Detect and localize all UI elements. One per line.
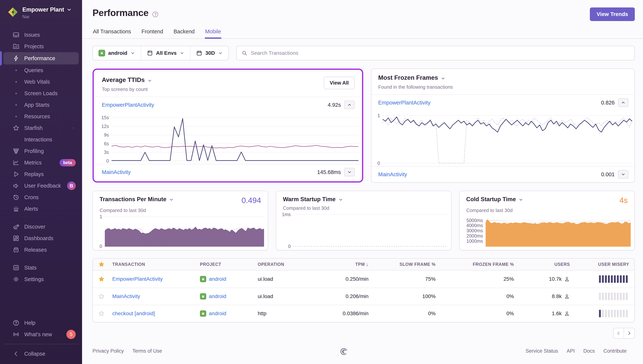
sidebar-item-collapse[interactable]: Collapse xyxy=(3,348,79,360)
transaction-link[interactable]: EmpowerPlantActivity xyxy=(102,102,154,108)
column-header-tpm[interactable]: TPM↓ xyxy=(303,262,370,267)
transaction-link[interactable]: checkout [android] xyxy=(112,310,155,316)
chart-plot xyxy=(486,216,631,247)
column-header-operation[interactable]: OPERATION xyxy=(256,262,303,267)
expand-row-button[interactable] xyxy=(344,168,355,176)
column-header-frozen-frame[interactable]: FROZEN FRAME % xyxy=(437,262,515,267)
collapse-row-button[interactable] xyxy=(618,98,628,107)
chart-plot xyxy=(383,112,632,164)
star-outline-icon[interactable] xyxy=(98,310,105,317)
page-filters: android All Envs 30D xyxy=(93,46,229,60)
prev-page-button[interactable] xyxy=(613,328,624,339)
tpm-value: 0.0386/min xyxy=(343,310,369,316)
axis-tick-label: 0 xyxy=(288,244,291,249)
sidebar-item-stats[interactable]: Stats xyxy=(3,262,79,274)
footer-link-api[interactable]: API xyxy=(566,348,575,354)
axis-tick-label: 3000ms xyxy=(466,228,483,234)
project-filter[interactable]: android xyxy=(93,46,141,60)
sidebar-item-starfish[interactable]: Starfish xyxy=(3,122,79,134)
column-header-slow-frame[interactable]: SLOW FRAME % xyxy=(370,262,437,267)
sidebar-item-screen-loads[interactable]: Screen Loads xyxy=(3,88,79,99)
help-circle-icon[interactable] xyxy=(152,9,159,16)
environment-filter[interactable]: All Envs xyxy=(141,46,190,60)
tpm-subtitle: Compared to last 30d xyxy=(93,205,268,213)
tab-backend[interactable]: Backend xyxy=(173,28,195,38)
content: android All Envs 30D xyxy=(82,39,643,364)
tab-mobile[interactable]: Mobile xyxy=(205,28,221,38)
project-link[interactable]: android xyxy=(209,276,226,282)
sidebar-item-performance[interactable]: Performance xyxy=(3,52,79,64)
transaction-link[interactable]: MainActivity xyxy=(378,172,407,178)
footer-link-service-status[interactable]: Service Status xyxy=(525,348,558,354)
sidebar-item-discover[interactable]: Discover xyxy=(3,221,79,232)
footer-right-links: Service StatusAPIDocsContribute xyxy=(525,348,626,354)
star-filled-icon[interactable] xyxy=(98,276,105,282)
footer-link-contribute[interactable]: Contribute xyxy=(603,348,626,354)
transaction-link[interactable]: EmpowerPlantActivity xyxy=(378,100,430,106)
widget-row-1: Average TTIDs Top screens by count View … xyxy=(93,68,635,182)
sidebar-item-replays[interactable]: Replays xyxy=(3,168,79,180)
next-page-button[interactable] xyxy=(624,328,635,339)
sidebar-item-resources[interactable]: Resources xyxy=(3,111,79,122)
chevron-up-icon xyxy=(71,56,76,61)
sidebar-item-settings[interactable]: Settings xyxy=(3,274,79,285)
sidebar-item-web-vitals[interactable]: Web Vitals xyxy=(3,76,79,88)
tab-frontend[interactable]: Frontend xyxy=(141,28,164,38)
sidebar-item-releases[interactable]: Releases xyxy=(3,244,79,256)
sidebar-item-label: Stats xyxy=(24,265,37,271)
sidebar-item-crons[interactable]: Crons xyxy=(3,192,79,203)
transaction-link[interactable]: EmpowerPlantActivity xyxy=(112,276,163,282)
expand-row-button[interactable] xyxy=(618,170,628,179)
sidebar-item-queries[interactable]: Queries xyxy=(3,64,79,76)
column-header-project[interactable]: PROJECT xyxy=(198,262,256,267)
tab-all-transactions[interactable]: All Transactions xyxy=(93,28,131,38)
sidebar-item-what-s-new[interactable]: What's new5 xyxy=(3,328,79,340)
footer-link-privacy-policy[interactable]: Privacy Policy xyxy=(93,348,124,354)
avg-ttids-panel: Average TTIDs Top screens by count View … xyxy=(95,71,361,180)
star-outline-icon[interactable] xyxy=(98,293,105,300)
sidebar-item-profiling[interactable]: Profiling xyxy=(3,145,79,157)
column-header-transaction[interactable]: TRANSACTION xyxy=(111,262,198,267)
project-link[interactable]: android xyxy=(209,294,226,299)
view-all-button[interactable]: View All xyxy=(324,77,355,89)
bullet-icon xyxy=(12,93,20,94)
sidebar-item-dashboards[interactable]: Dashboards xyxy=(3,232,79,244)
tpm-title[interactable]: Transactions Per Minute xyxy=(100,196,174,203)
column-header-label: PROJECT xyxy=(200,262,221,267)
search-input[interactable]: Search Transactions xyxy=(236,46,635,60)
org-text: Empower Plant Nar xyxy=(22,6,72,19)
sidebar-item-interactions[interactable]: Interactions xyxy=(3,134,79,145)
warm-startup-title[interactable]: Warm Startup Time xyxy=(283,196,343,203)
transaction-link[interactable]: MainActivity xyxy=(112,294,140,299)
footer-link-terms-of-use[interactable]: Terms of Use xyxy=(132,348,162,354)
sidebar-item-alerts[interactable]: Alerts xyxy=(3,203,79,214)
footer-link-docs[interactable]: Docs xyxy=(583,348,595,354)
date-range-filter[interactable]: 30D xyxy=(190,46,228,60)
cold-startup-title[interactable]: Cold Startup Time xyxy=(466,196,523,203)
sidebar-item-help[interactable]: Help xyxy=(3,317,79,328)
user-misery-bars xyxy=(599,293,633,300)
sidebar-item-user-feedback[interactable]: User FeedbackB xyxy=(3,180,79,192)
project-link[interactable]: android xyxy=(209,310,226,316)
sidebar-item-issues[interactable]: Issues xyxy=(3,29,79,40)
frozen-frames-title[interactable]: Most Frozen Frames xyxy=(378,74,628,81)
column-header-users[interactable]: USERS xyxy=(515,262,571,267)
table-row-mainactivity: MainActivityandroidui.load0.206/min100%0… xyxy=(93,288,634,305)
issues-icon xyxy=(12,31,20,38)
view-trends-button[interactable]: View Trends xyxy=(590,8,635,21)
transaction-link[interactable]: MainActivity xyxy=(102,169,131,175)
org-switcher[interactable]: Empower Plant Nar xyxy=(0,5,82,21)
sidebar-item-label: Metrics xyxy=(24,160,42,166)
column-header-user-misery[interactable]: USER MISERY xyxy=(571,262,634,267)
table-row-checkout-android: checkout [android]androidhttp0.0386/min0… xyxy=(93,305,634,322)
date-range-filter-value: 30D xyxy=(205,50,215,56)
metric-value: 145.68ms xyxy=(317,169,341,175)
tpm-chart: 10 xyxy=(93,213,268,250)
sidebar-item-projects[interactable]: Projects xyxy=(3,40,79,52)
avg-ttids-title[interactable]: Average TTIDs xyxy=(102,76,354,84)
sidebar-item-metrics[interactable]: Metricsbeta xyxy=(3,157,79,168)
ttids-highlight-outline: Average TTIDs Top screens by count View … xyxy=(93,68,363,182)
collapse-row-button[interactable] xyxy=(344,100,355,109)
sidebar-item-app-starts[interactable]: App Starts xyxy=(3,99,79,111)
slow-value: 100% xyxy=(422,294,436,299)
